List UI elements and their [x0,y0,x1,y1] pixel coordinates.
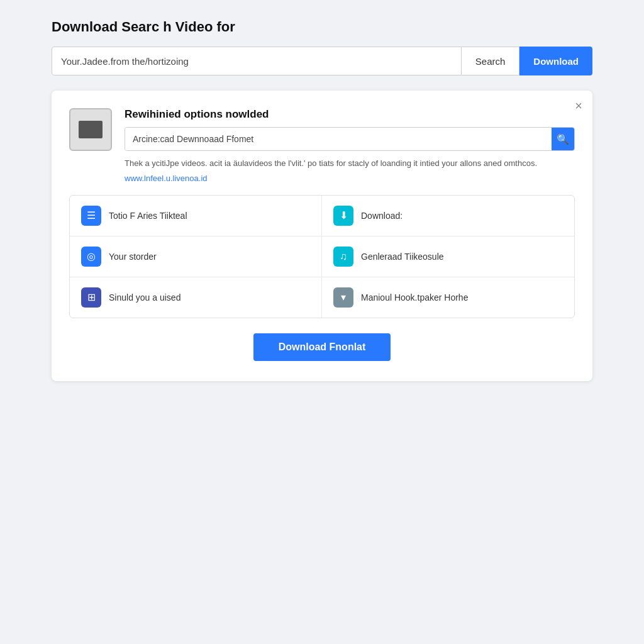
download-format-button[interactable]: Download Fnonlat [253,333,391,361]
option-label: Genleraad Tiikeosule [361,252,444,262]
search-bar: Search Download [52,47,592,75]
list-item[interactable]: ◎ Your storder [70,236,322,277]
page-title: Download Searc h Video for [52,19,592,35]
search-button[interactable]: Search [462,47,520,75]
list-item[interactable]: ♫ Genleraad Tiikeosule [322,236,574,277]
close-button[interactable]: × [575,99,582,112]
card-header: Rewihinied options nowlded 🔍 Thek a ycit… [69,108,575,184]
card-footer: Download Fnonlat [69,333,575,361]
card-header-content: Rewihinied options nowlded 🔍 Thek a ycit… [125,108,575,184]
briefcase-icon [79,121,103,138]
list-item[interactable]: ☰ Totio F Aries Tiikteal [70,196,322,236]
card-app-icon [69,108,112,151]
search-input[interactable] [52,47,462,75]
main-card: × Rewihinied options nowlded 🔍 Thek a yc… [52,91,592,381]
search-icon: 🔍 [557,133,569,145]
circle-icon: ◎ [81,247,101,267]
list-item[interactable]: ▾ Manioul Hook.tpaker Horhe [322,277,574,318]
music-icon: ♫ [333,247,353,267]
option-label: Manioul Hook.tpaker Horhe [361,292,468,303]
card-link[interactable]: www.lnfeel.u.livenoa.id [125,174,208,183]
card-search-input[interactable] [125,128,552,150]
option-label: Your storder [109,252,157,262]
option-label: Download: [361,211,402,221]
download-icon: ⬇ [333,206,353,226]
card-search-bar: 🔍 [125,127,575,151]
list-item[interactable]: ⊞ Sinuld you a uised [70,277,322,318]
option-label: Totio F Aries Tiikteal [109,211,187,221]
card-description: Thek a ycitiJpe videos. acit ia äulavide… [125,157,575,170]
download-button[interactable]: Download [519,47,592,75]
card-title: Rewihinied options nowlded [125,108,575,121]
chevron-down-icon: ▾ [333,287,353,308]
card-search-button[interactable]: 🔍 [552,128,574,150]
list-item[interactable]: ⬇ Download: [322,196,574,236]
option-label: Sinuld you a uised [109,292,180,303]
list-icon: ☰ [81,206,101,226]
grid-icon: ⊞ [81,287,101,308]
page-wrapper: Download Searc h Video for Search Downlo… [39,0,605,406]
options-grid: ☰ Totio F Aries Tiikteal ⬇ Download: ◎ Y… [69,195,575,318]
